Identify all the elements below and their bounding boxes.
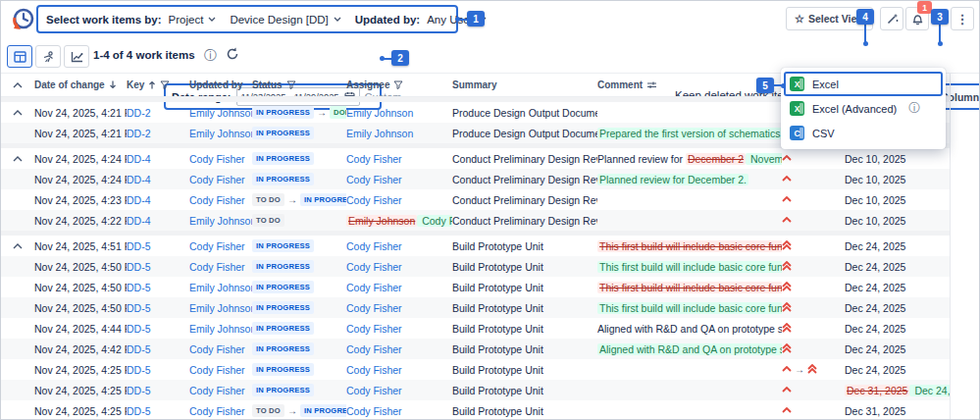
key-link[interactable]: DD-2 — [127, 128, 151, 139]
assignee-link[interactable]: Cody Fisher — [346, 343, 402, 355]
status-badge: TO DO — [252, 214, 284, 227]
key-link[interactable]: DD-5 — [127, 282, 151, 293]
assignee-link[interactable]: Cody Fisher — [346, 240, 402, 252]
priority-cell — [782, 343, 831, 355]
due-date-cell: Dec 24, 2025 — [831, 282, 950, 293]
updated-by-link[interactable]: Cody Fisher — [189, 153, 245, 165]
change-segment-del: December 2 — [686, 153, 746, 165]
refresh-button[interactable] — [226, 47, 239, 65]
table-view-button[interactable] — [7, 45, 32, 68]
status-cell: IN PROGRESS — [252, 322, 346, 336]
collapse-group-button[interactable] — [13, 156, 23, 162]
assignee-link[interactable]: Emily Johnson — [346, 107, 413, 119]
assignee-cell: Emily Johnson — [346, 128, 452, 139]
key-link[interactable]: DD-5 — [127, 385, 151, 396]
menu-item-csv[interactable]: C CSV — [781, 121, 946, 145]
collapse-group-button[interactable] — [13, 110, 23, 116]
updated-by-link[interactable]: Cody Fisher — [189, 405, 245, 417]
key-link[interactable]: DD-5 — [127, 261, 151, 273]
due-date-cell: Dec 10, 2025 — [831, 194, 950, 206]
assignee-link[interactable]: Cody Fisher — [346, 364, 402, 376]
assignee-link[interactable]: Cody Fisher — [346, 385, 402, 396]
updated-by-link[interactable]: Cody Fisher — [189, 261, 245, 273]
due-date-cell: Dec 24, 2025 — [831, 261, 950, 273]
status-badge: IN PROGRESS — [252, 173, 314, 185]
updated-by-link[interactable]: Cody Fisher — [189, 343, 245, 355]
summary-text: Conduct Preliminary Design Review — [452, 153, 597, 165]
key-link[interactable]: DD-5 — [127, 343, 151, 355]
table-row: Nov 24, 2025, 4:25 PMDD-5Cody FisherIN P… — [1, 359, 950, 380]
key-link[interactable]: DD-5 — [127, 323, 151, 335]
date-of-change: Nov 24, 2025, 4:50 PM — [34, 261, 127, 273]
change-segment-ins: November 27. — [746, 153, 782, 165]
priority-highest-icon — [782, 343, 792, 355]
notification-count-badge: 1 — [917, 1, 932, 14]
updated-by-link[interactable]: Emily Johnson — [189, 107, 252, 119]
more-options-button[interactable]: ⋮ — [951, 7, 974, 30]
updated-by-link[interactable]: Cody Fisher — [189, 385, 245, 396]
change-segment-del: Emily Johnson — [346, 215, 417, 227]
magic-wand-button[interactable] — [880, 7, 903, 30]
col-header-comment[interactable]: Comment — [597, 79, 782, 90]
date-of-change: Nov 24, 2025, 4:25 PM — [34, 364, 127, 376]
menu-item-excel[interactable]: X Excel — [784, 72, 943, 96]
assignee-link[interactable]: Cody Fisher — [346, 323, 402, 335]
priority-cell — [782, 176, 831, 184]
priority-high-icon — [782, 196, 792, 204]
updated-by-link[interactable]: Cody Fisher — [189, 240, 245, 252]
key-link[interactable]: DD-5 — [127, 405, 151, 417]
updated-by-link[interactable]: Emily Johnson — [189, 282, 252, 293]
assignee-link[interactable]: Emily Johnson — [346, 128, 413, 139]
col-header-updated-by[interactable]: Updated by — [189, 79, 252, 90]
info-icon[interactable]: ⓘ — [908, 100, 920, 117]
col-header-key[interactable]: Key — [127, 79, 189, 90]
priority-cell — [782, 302, 831, 314]
key-link[interactable]: DD-5 — [127, 364, 151, 376]
key-link[interactable]: DD-2 — [127, 107, 151, 119]
status-badge: IN PROGRESS — [252, 152, 314, 165]
key-link[interactable]: DD-4 — [127, 153, 151, 165]
assignee-link[interactable]: Cody Fisher — [346, 282, 402, 293]
col-header-assignee[interactable]: Assignee — [346, 79, 452, 90]
change-segment-ins: Aligned with R&D and QA on prototype sco… — [597, 343, 782, 355]
kebab-icon: ⋮ — [956, 12, 969, 26]
assignee-link[interactable]: Cody Fisher — [346, 194, 402, 206]
assignee-link[interactable]: Cody Fisher — [346, 302, 402, 314]
date-of-change: Nov 24, 2025, 4:24 PM — [34, 153, 127, 165]
chart-view-button[interactable] — [64, 45, 89, 68]
menu-item-excel-advanced[interactable]: X Excel (Advanced) ⓘ — [781, 96, 946, 121]
collapse-group-button[interactable] — [13, 243, 23, 249]
collapse-all-button[interactable] — [1, 82, 34, 88]
assignee-link[interactable]: Cody Fisher — [346, 261, 402, 273]
updated-by-link[interactable]: Emily Johnson — [189, 323, 252, 335]
table-row: Nov 24, 2025, 4:25 PMDD-5Cody FisherIN P… — [1, 380, 950, 400]
status-cell: IN PROGRESS — [252, 363, 346, 377]
updated-by-link[interactable]: Cody Fisher — [189, 194, 245, 206]
filter-mode-dropdown[interactable]: Project — [169, 14, 217, 26]
assignee-link[interactable]: Cody Fisher — [346, 405, 402, 417]
project-dropdown[interactable]: Device Design [DD] — [230, 14, 340, 26]
key-link[interactable]: DD-5 — [127, 240, 151, 252]
updated-by-link[interactable]: Cody Fisher — [189, 174, 245, 185]
assignee-link[interactable]: Cody Fisher — [346, 153, 402, 165]
info-icon[interactable]: ⓘ — [204, 47, 217, 65]
assignee-link[interactable]: Cody Fisher — [346, 174, 402, 185]
activity-view-button[interactable] — [35, 45, 61, 68]
summary-text: Produce Design Output Documentation — [452, 128, 597, 139]
assignee-cell: Cody Fisher — [346, 282, 452, 293]
key-link[interactable]: DD-4 — [127, 215, 151, 227]
updated-by-link[interactable]: Emily Johnson — [189, 215, 252, 227]
updated-by-link[interactable]: Emily Johnson — [189, 302, 252, 314]
updated-by-link[interactable]: Emily Johnson — [189, 128, 252, 139]
updated-by-link[interactable]: Cody Fisher — [189, 364, 245, 376]
col-header-status[interactable]: Status — [252, 79, 346, 90]
callout-3-line — [939, 25, 941, 42]
col-header-date[interactable]: Date of change — [34, 79, 127, 90]
key-link[interactable]: DD-5 — [127, 302, 151, 314]
col-header-summary[interactable]: Summary — [452, 79, 597, 90]
key-link[interactable]: DD-4 — [127, 174, 151, 185]
status-badge: IN PROGRESS — [252, 363, 314, 376]
key-link[interactable]: DD-4 — [127, 194, 151, 206]
callout-3-dot — [938, 41, 943, 46]
status-cell: TO DO — [252, 214, 346, 228]
